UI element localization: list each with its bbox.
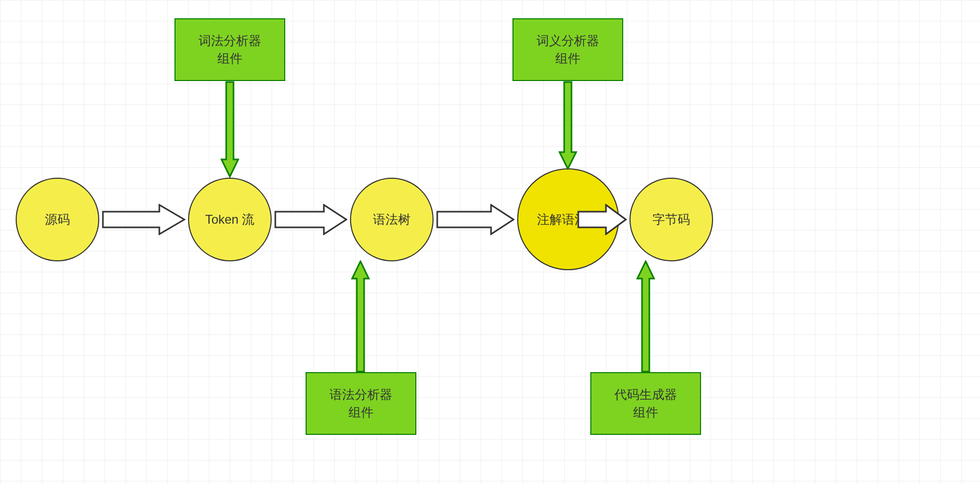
svg-marker-6: [352, 261, 369, 372]
component-semantic: 词义分析器 组件: [512, 18, 623, 81]
arrow-token-to-syntax: [274, 204, 347, 235]
svg-marker-3: [578, 205, 626, 234]
svg-marker-1: [275, 205, 346, 234]
component-label-line2: 组件: [330, 404, 392, 421]
component-codegen: 代码生成器 组件: [590, 372, 701, 435]
component-label-line1: 语法分析器: [330, 386, 392, 404]
svg-marker-7: [637, 261, 654, 372]
node-label: Token 流: [205, 211, 255, 227]
node-label: 源码: [45, 211, 70, 227]
component-lexer: 词法分析器 组件: [174, 18, 285, 81]
svg-marker-2: [437, 205, 514, 234]
node-syntax-tree: 语法树: [350, 178, 434, 261]
arrow-source-to-token: [102, 204, 185, 235]
svg-marker-5: [559, 82, 576, 169]
svg-marker-4: [221, 82, 238, 177]
arrow-lexer-to-token: [220, 81, 239, 178]
component-label-line2: 组件: [199, 50, 261, 67]
component-parser: 语法分析器 组件: [306, 372, 416, 435]
component-label-line2: 组件: [614, 404, 677, 421]
arrow-annotated-to-bytecode: [577, 204, 627, 235]
arrow-syntax-to-annotated: [436, 204, 515, 235]
arrow-semantic-to-annotated: [558, 81, 577, 170]
component-label-line2: 组件: [536, 50, 599, 67]
node-token-stream: Token 流: [188, 178, 272, 261]
node-label: 字节码: [652, 211, 690, 227]
component-label-line1: 词法分析器: [199, 32, 261, 50]
svg-marker-0: [103, 205, 184, 234]
component-label-line1: 词义分析器: [536, 32, 599, 50]
node-label: 语法树: [373, 211, 411, 227]
node-bytecode: 字节码: [629, 178, 713, 261]
arrow-parser-to-syntax: [351, 260, 370, 373]
arrow-codegen-to-bytecode: [636, 260, 655, 373]
component-label-line1: 代码生成器: [614, 386, 677, 404]
node-source-code: 源码: [16, 178, 99, 261]
